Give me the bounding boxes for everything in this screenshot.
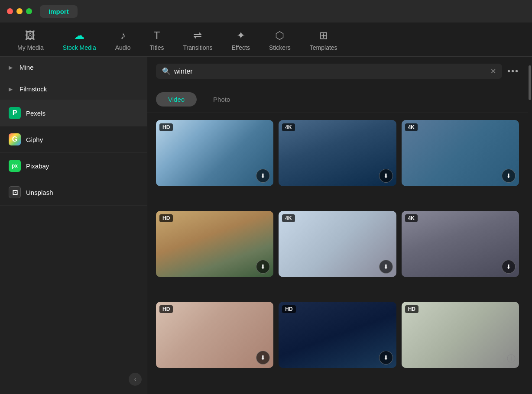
audio-icon: ♪ bbox=[120, 29, 126, 42]
giphy-icon: G bbox=[9, 133, 21, 145]
tab-stickers-label: Stickers bbox=[269, 44, 291, 51]
collapse-icon: ‹ bbox=[134, 376, 136, 383]
download-button-6[interactable]: ⬇ bbox=[502, 260, 516, 274]
titles-icon: T bbox=[154, 29, 160, 42]
chevron-right-icon: ▶ bbox=[9, 65, 13, 71]
video-card-9[interactable]: HD ⓘ bbox=[402, 302, 519, 368]
minimize-button[interactable] bbox=[16, 8, 23, 14]
filter-video-button[interactable]: Video bbox=[156, 92, 197, 107]
quality-badge-4: HD bbox=[159, 214, 173, 222]
video-card-2[interactable]: 4K ⬇ bbox=[279, 120, 396, 186]
video-card-7[interactable]: HD ⬇ bbox=[156, 302, 273, 368]
tab-titles[interactable]: T Titles bbox=[141, 26, 173, 56]
video-card-8[interactable]: HD ⬇ bbox=[279, 302, 396, 368]
error-icon-9: ⓘ bbox=[507, 353, 516, 365]
video-card-3[interactable]: 4K ⬇ bbox=[402, 120, 519, 186]
search-icon: 🔍 bbox=[162, 67, 171, 75]
download-button-4[interactable]: ⬇ bbox=[256, 260, 270, 274]
sidebar-giphy-label: Giphy bbox=[26, 136, 43, 143]
download-button-5[interactable]: ⬇ bbox=[379, 260, 393, 274]
download-button-8[interactable]: ⬇ bbox=[379, 351, 393, 365]
sidebar-unsplash-label: Unsplash bbox=[26, 189, 53, 196]
search-input[interactable]: winter bbox=[174, 68, 487, 75]
tab-my-media[interactable]: 🖼 My Media bbox=[9, 26, 52, 56]
titlebar: Import bbox=[0, 0, 532, 23]
quality-badge-1: HD bbox=[159, 123, 173, 131]
content-area: 🔍 winter ✕ ••• Video Photo HD ⬇ 4K ⬇ 4K bbox=[147, 57, 528, 394]
stock-media-icon: ☁ bbox=[74, 29, 84, 42]
tab-effects-label: Effects bbox=[231, 44, 250, 51]
transitions-icon: ⇌ bbox=[193, 29, 202, 42]
tab-templates-label: Templates bbox=[310, 44, 337, 51]
close-button[interactable] bbox=[7, 8, 13, 14]
sidebar-item-giphy[interactable]: G Giphy bbox=[0, 126, 147, 153]
tab-my-media-label: My Media bbox=[17, 44, 44, 51]
import-button[interactable]: Import bbox=[40, 5, 78, 18]
tab-audio[interactable]: ♪ Audio bbox=[107, 26, 139, 56]
sidebar-filmstock-label: Filmstock bbox=[19, 85, 47, 93]
quality-badge-6: 4K bbox=[405, 214, 418, 222]
templates-icon: ⊞ bbox=[319, 29, 328, 42]
filter-tabs: Video Photo bbox=[147, 86, 528, 113]
tab-stock-media-label: Stock Media bbox=[63, 44, 96, 51]
pexels-icon: P bbox=[9, 107, 21, 119]
stickers-icon: ⬡ bbox=[275, 29, 284, 42]
main-layout: ▶ Mine ▶ Filmstock P Pexels G Giphy px P… bbox=[0, 57, 532, 394]
video-card-1[interactable]: HD ⬇ bbox=[156, 120, 273, 186]
tab-templates[interactable]: ⊞ Templates bbox=[301, 26, 346, 56]
maximize-button[interactable] bbox=[26, 8, 32, 14]
download-button-2[interactable]: ⬇ bbox=[379, 169, 393, 183]
sidebar-pixabay-label: Pixabay bbox=[26, 162, 49, 170]
tab-audio-label: Audio bbox=[115, 44, 131, 51]
sidebar-collapse-button[interactable]: ‹ bbox=[129, 373, 142, 386]
sidebar-item-filmstock[interactable]: ▶ Filmstock bbox=[0, 78, 147, 100]
tab-transitions[interactable]: ⇌ Transitions bbox=[174, 26, 221, 56]
tab-titles-label: Titles bbox=[150, 44, 164, 51]
sidebar-item-unsplash[interactable]: ⊡ Unsplash bbox=[0, 179, 147, 206]
sidebar-mine-label: Mine bbox=[19, 64, 34, 71]
tab-stock-media[interactable]: ☁ Stock Media bbox=[54, 26, 105, 56]
traffic-lights bbox=[7, 8, 32, 14]
tab-stickers[interactable]: ⬡ Stickers bbox=[260, 26, 299, 56]
video-card-5[interactable]: 4K ⬇ bbox=[279, 211, 396, 277]
nav-tabs: 🖼 My Media ☁ Stock Media ♪ Audio T Title… bbox=[0, 23, 532, 57]
quality-badge-7: HD bbox=[159, 305, 173, 313]
video-card-6[interactable]: 4K ⬇ bbox=[402, 211, 519, 277]
sidebar: ▶ Mine ▶ Filmstock P Pexels G Giphy px P… bbox=[0, 57, 147, 394]
scroll-indicator bbox=[528, 57, 532, 394]
quality-badge-5: 4K bbox=[282, 214, 295, 222]
filter-photo-button[interactable]: Photo bbox=[201, 92, 242, 107]
chevron-right-icon-filmstock: ▶ bbox=[9, 86, 13, 92]
effects-icon: ✦ bbox=[237, 29, 245, 42]
video-grid: HD ⬇ 4K ⬇ 4K ⬇ HD ⬇ 4K ⬇ 4K ⬇ bbox=[147, 113, 528, 394]
my-media-icon: 🖼 bbox=[25, 29, 36, 42]
tab-transitions-label: Transitions bbox=[183, 44, 212, 51]
search-clear-button[interactable]: ✕ bbox=[490, 67, 496, 75]
search-input-wrap[interactable]: 🔍 winter ✕ bbox=[156, 64, 502, 79]
download-button-1[interactable]: ⬇ bbox=[256, 169, 270, 183]
quality-badge-2: 4K bbox=[282, 123, 295, 131]
search-bar: 🔍 winter ✕ ••• bbox=[147, 57, 528, 86]
tab-effects[interactable]: ✦ Effects bbox=[223, 26, 259, 56]
more-options-button[interactable]: ••• bbox=[507, 66, 519, 76]
sidebar-item-mine[interactable]: ▶ Mine bbox=[0, 57, 147, 78]
video-card-4[interactable]: HD ⬇ bbox=[156, 211, 273, 277]
sidebar-item-pexels[interactable]: P Pexels bbox=[0, 100, 147, 126]
quality-badge-3: 4K bbox=[405, 123, 418, 131]
quality-badge-8: HD bbox=[282, 305, 295, 313]
quality-badge-9: HD bbox=[405, 305, 418, 313]
download-button-7[interactable]: ⬇ bbox=[256, 351, 270, 365]
download-button-3[interactable]: ⬇ bbox=[502, 169, 516, 183]
scroll-thumb[interactable] bbox=[529, 65, 531, 100]
unsplash-icon: ⊡ bbox=[9, 186, 21, 198]
sidebar-pexels-label: Pexels bbox=[26, 110, 45, 117]
pixabay-icon: px bbox=[9, 160, 21, 172]
sidebar-item-pixabay[interactable]: px Pixabay bbox=[0, 153, 147, 179]
